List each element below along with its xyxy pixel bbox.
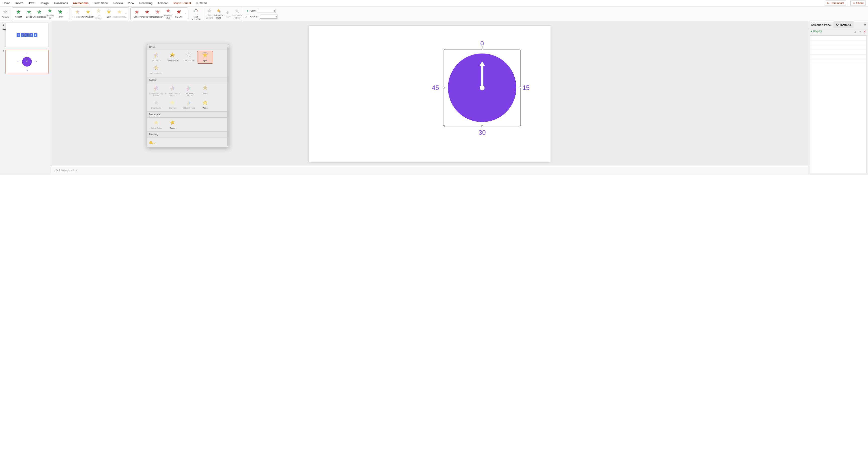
gallery-complementary-colour[interactable]: Complementary Colour (149, 84, 164, 98)
trigger-button[interactable]: Trigger (223, 10, 232, 18)
list-item[interactable] (810, 36, 866, 40)
exit-dissolve-out[interactable]: Dissolve Out (163, 8, 173, 19)
exit-chequerboard[interactable]: Chequerboard (142, 9, 152, 18)
play-all-button[interactable]: Play All (810, 30, 822, 33)
share-button[interactable]: Share (850, 0, 866, 6)
gallery-colour-pulse[interactable]: Colour Pulse (149, 119, 164, 131)
delete-animation-button[interactable]: ✕ (864, 30, 866, 33)
tell-me[interactable]: Tell me (196, 2, 207, 4)
svg-rect-8 (147, 11, 147, 12)
tell-me-label: Tell me (200, 2, 207, 4)
star-icon (16, 9, 21, 15)
preview-button[interactable]: ▾ Preview (1, 9, 10, 18)
gallery-pulse[interactable]: Pulse (197, 98, 213, 111)
thumbnail-slide-2[interactable]: 0 15 30 45 (5, 50, 48, 74)
resize-handle[interactable] (482, 125, 483, 127)
tab-acrobat[interactable]: Acrobat (157, 0, 168, 6)
resize-handle[interactable] (443, 49, 444, 50)
tab-review[interactable]: Review (113, 0, 123, 6)
list-item[interactable] (810, 40, 866, 45)
gallery-fill-colour[interactable]: Fill Colour (149, 51, 164, 64)
comments-label: Comments (831, 1, 844, 4)
start-label: Start: (251, 9, 256, 12)
tab-home[interactable]: Home (2, 0, 11, 6)
animation-pane-button[interactable]: Animation Pane (214, 8, 223, 19)
list-item[interactable] (810, 45, 866, 50)
tab-design[interactable]: Design (39, 0, 49, 6)
gallery-grow-shrink[interactable]: Grow/Shrink (164, 51, 180, 64)
clock-label-45: 45 (432, 84, 439, 91)
animation-list[interactable] (810, 35, 867, 173)
emphasis-grow-shrink[interactable]: Grow/Shrink (83, 9, 93, 18)
resize-handle[interactable] (482, 49, 483, 50)
emphasis-line-colour[interactable]: Line Colour (94, 8, 103, 19)
list-item[interactable] (810, 55, 866, 59)
resize-handle[interactable] (443, 125, 444, 127)
gallery-line-colour[interactable]: Line Colour (181, 51, 197, 64)
list-item[interactable] (810, 50, 866, 55)
effect-options-button[interactable]: Effect Options (205, 8, 214, 19)
gallery-desaturate[interactable]: Desaturate (149, 98, 164, 111)
entrance-more[interactable]: › (66, 12, 68, 15)
rotate-handle[interactable] (481, 44, 483, 47)
thumbnail-slide-1[interactable]: 5 4 3 2 1 (5, 23, 48, 47)
list-item[interactable] (810, 59, 866, 64)
exit-fly-out[interactable]: Fly Out (174, 9, 184, 18)
move-up-button[interactable]: ▲ (854, 30, 857, 33)
entrance-gallery: Appear Blinds Chequerboard Dissolve In F… (12, 7, 70, 20)
notes-pane[interactable]: Click to add notes (51, 166, 808, 175)
exit-disappear[interactable]: Disappear (153, 9, 162, 18)
emphasis-fill-colour[interactable]: Fill Colour (72, 9, 82, 18)
entrance-chequerboard[interactable]: Chequerboard (34, 9, 44, 18)
star-icon (202, 85, 209, 91)
path-group: ▾ Path Animation (189, 6, 204, 21)
gallery-complementary-colour-2[interactable]: Complementary Colour 2 (164, 84, 180, 98)
gallery-scrollbar[interactable] (227, 47, 228, 146)
pane-tab-selection[interactable]: Selection Pane (808, 21, 833, 28)
emphasis-transparency[interactable]: Transparency (115, 9, 124, 18)
resize-handle[interactable] (520, 125, 521, 127)
emphasis-spin[interactable]: Spin (104, 9, 114, 18)
tab-transitions[interactable]: Transitions (53, 0, 68, 6)
animation-painter-button[interactable]: Animation Painter (233, 8, 241, 19)
entrance-dissolve-in[interactable]: Dissolve In (45, 8, 55, 19)
entrance-appear[interactable]: Appear (13, 9, 23, 18)
gallery-teeter[interactable]: Teeter (164, 119, 180, 131)
tab-view[interactable]: View (128, 0, 135, 6)
entrance-fly-in[interactable]: Fly In (56, 9, 65, 18)
emphasis-dropdown-caret[interactable]: ⌄ (99, 18, 101, 20)
tab-slideshow[interactable]: Slide Show (93, 0, 109, 6)
tab-animations[interactable]: Animations (72, 0, 89, 6)
resize-handle[interactable] (520, 87, 521, 88)
star-icon (207, 8, 212, 13)
gallery-contrasting-colour[interactable]: Contrasting Colour (181, 84, 197, 98)
clock-shape[interactable]: 0 15 30 45 (443, 49, 521, 126)
pane-tab-animations[interactable]: Animations (833, 21, 854, 28)
pane-close-button[interactable] (862, 23, 868, 27)
gallery-lighten[interactable]: Lighten (164, 98, 180, 111)
gallery-transparency[interactable]: Transparency (149, 64, 164, 76)
emphasis-more[interactable]: › (125, 12, 127, 15)
path-animation-button[interactable]: ▾ Path Animation (190, 7, 202, 20)
star-icon (169, 85, 176, 91)
tab-recording[interactable]: Recording (139, 0, 153, 6)
svg-line-9 (155, 10, 156, 10)
comments-button[interactable]: Comments (825, 0, 846, 6)
play-icon (810, 30, 812, 33)
gallery-darken[interactable]: Darken (197, 84, 213, 98)
tab-draw[interactable]: Draw (27, 0, 35, 6)
gallery-object-colour[interactable]: Object Colour (181, 98, 197, 111)
star-icon (85, 9, 91, 15)
tab-insert[interactable]: Insert (15, 0, 23, 6)
move-down-button[interactable]: ▼ (859, 30, 862, 33)
star-icon (185, 85, 192, 91)
start-dropdown[interactable]: ▴▾ (258, 9, 276, 13)
path-icon (193, 7, 199, 12)
gallery-spin[interactable]: Spin (197, 51, 213, 64)
resize-handle[interactable] (443, 87, 444, 88)
exit-more[interactable]: › (184, 12, 186, 15)
tab-shape-format[interactable]: Shape Format (172, 0, 191, 6)
duration-label: Duration: (249, 15, 258, 18)
duration-input[interactable]: ▴▾ (260, 14, 278, 19)
resize-handle[interactable] (520, 49, 521, 50)
